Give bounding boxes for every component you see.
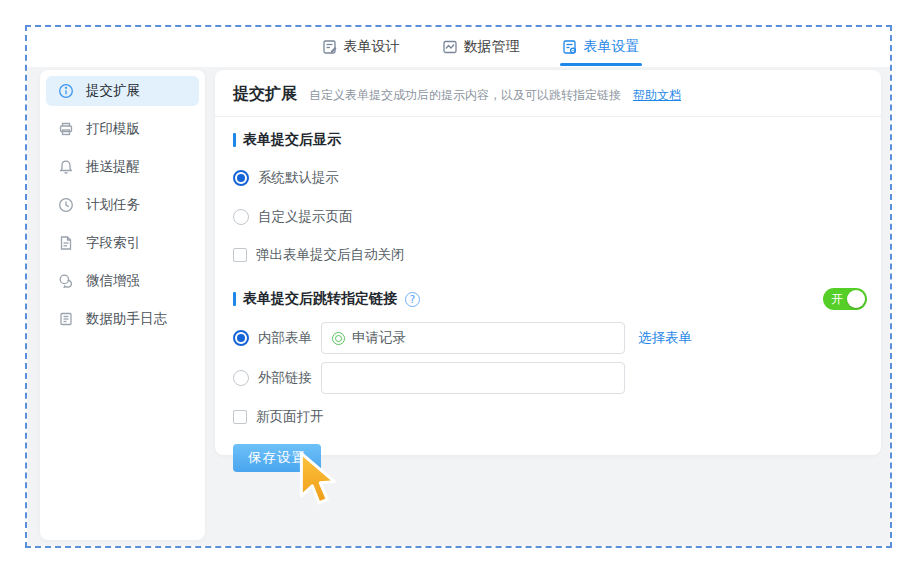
sidebar-item-label: 字段索引 <box>86 234 140 252</box>
section-bar-icon <box>233 292 236 306</box>
radio-system-default[interactable] <box>233 170 249 186</box>
workspace: 提交扩展 打印模版 推送提醒 计划任务 <box>27 67 890 546</box>
checkbox-autoclose[interactable] <box>233 248 247 262</box>
internal-form-value: 申请记录 <box>352 329 406 347</box>
sidebar-item-push-reminder[interactable]: 推送提醒 <box>46 152 199 182</box>
radio-label: 内部表单 <box>258 329 312 347</box>
tab-form-settings[interactable]: 表单设置 <box>562 28 640 66</box>
sidebar-item-scheduled-tasks[interactable]: 计划任务 <box>46 190 199 220</box>
section-title-redirect: 表单提交后跳转指定链接 ? <box>233 290 420 308</box>
sidebar-item-label: 推送提醒 <box>86 158 140 176</box>
sidebar-item-data-assistant-log[interactable]: 数据助手日志 <box>46 304 199 334</box>
sidebar-item-wechat-enhance[interactable]: 微信增强 <box>46 266 199 296</box>
tab-label: 表单设置 <box>584 38 640 56</box>
sidebar-item-label: 计划任务 <box>86 196 140 214</box>
sidebar-item-label: 数据助手日志 <box>86 310 167 328</box>
radio-custom-page[interactable] <box>233 209 249 225</box>
form-target-icon <box>332 332 345 345</box>
section-header-redirect: 表单提交后跳转指定链接 ? 开 <box>233 288 863 310</box>
info-icon <box>58 83 74 99</box>
help-doc-link[interactable]: 帮助文档 <box>633 87 681 104</box>
radio-internal-form[interactable] <box>233 330 249 346</box>
radio-row-system-default[interactable]: 系统默认提示 <box>233 169 863 187</box>
wechat-icon <box>58 273 74 289</box>
toggle-knob <box>847 290 865 308</box>
settings-main-panel: 提交扩展 自定义表单提交成功后的提示内容，以及可以跳转指定链接 帮助文档 表单提… <box>215 70 881 455</box>
panel-header: 提交扩展 自定义表单提交成功后的提示内容，以及可以跳转指定链接 帮助文档 <box>215 70 881 116</box>
sidebar-item-field-index[interactable]: 字段索引 <box>46 228 199 258</box>
radio-external-link[interactable] <box>233 370 249 386</box>
checkbox-row-newpage[interactable]: 新页面打开 <box>233 408 863 426</box>
checkbox-label: 新页面打开 <box>256 408 324 426</box>
internal-form-row: 内部表单 申请记录 选择表单 <box>233 322 863 354</box>
sidebar-item-print-template[interactable]: 打印模版 <box>46 114 199 144</box>
page-title: 提交扩展 <box>233 84 297 105</box>
tab-label: 表单设计 <box>344 38 400 56</box>
checkbox-row-autoclose[interactable]: 弹出表单提交后自动关闭 <box>233 246 863 264</box>
sidebar-item-submit-extension[interactable]: 提交扩展 <box>46 76 199 106</box>
toggle-on-label: 开 <box>831 291 843 308</box>
external-link-row: 外部链接 <box>233 362 863 394</box>
tab-form-design[interactable]: 表单设计 <box>322 28 400 66</box>
page-subtitle: 自定义表单提交成功后的提示内容，以及可以跳转指定链接 <box>309 87 621 104</box>
app-frame: 表单设计 数据管理 表单设置 提交扩展 <box>25 25 892 548</box>
form-design-icon <box>322 39 338 55</box>
redirect-toggle-on[interactable]: 开 <box>823 288 867 310</box>
settings-sidebar: 提交扩展 打印模版 推送提醒 计划任务 <box>40 70 205 540</box>
select-form-link[interactable]: 选择表单 <box>638 329 692 347</box>
section-title-after-submit: 表单提交后显示 <box>233 131 863 149</box>
external-link-input[interactable] <box>321 362 625 394</box>
tab-data-manage[interactable]: 数据管理 <box>442 28 520 66</box>
bell-icon <box>58 159 74 175</box>
radio-label: 自定义提示页面 <box>258 208 353 226</box>
internal-form-input[interactable]: 申请记录 <box>321 322 625 354</box>
radio-label: 系统默认提示 <box>258 169 339 187</box>
top-tab-bar: 表单设计 数据管理 表单设置 <box>27 27 890 67</box>
panel-content: 表单提交后显示 系统默认提示 自定义提示页面 弹出表单提交后自动关闭 <box>215 117 881 472</box>
tab-label: 数据管理 <box>464 38 520 56</box>
log-icon <box>58 311 74 327</box>
checkbox-newpage[interactable] <box>233 410 247 424</box>
radio-row-custom-page[interactable]: 自定义提示页面 <box>233 208 863 226</box>
file-icon <box>58 235 74 251</box>
help-question-icon[interactable]: ? <box>405 292 420 307</box>
printer-icon <box>58 121 74 137</box>
checkbox-label: 弹出表单提交后自动关闭 <box>256 246 405 264</box>
save-settings-button[interactable]: 保存设置 <box>233 444 321 472</box>
sidebar-item-label: 提交扩展 <box>86 82 140 100</box>
data-manage-icon <box>442 39 458 55</box>
sidebar-item-label: 微信增强 <box>86 272 140 290</box>
form-settings-icon <box>562 39 578 55</box>
clock-icon <box>58 197 74 213</box>
radio-label: 外部链接 <box>258 369 312 387</box>
sidebar-item-label: 打印模版 <box>86 120 140 138</box>
section-bar-icon <box>233 133 236 147</box>
